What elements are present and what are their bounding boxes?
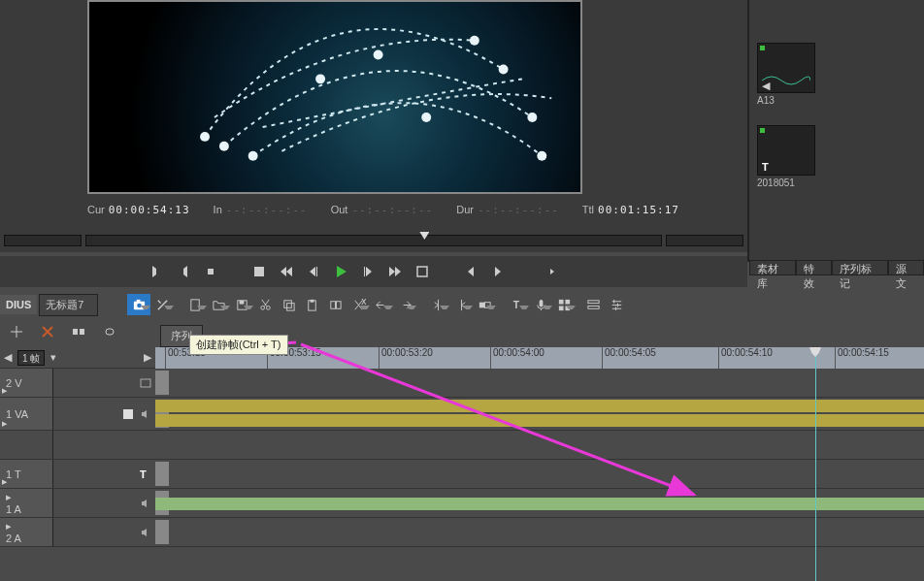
arrow-left-icon[interactable]: ◀ bbox=[4, 351, 12, 364]
video-icon[interactable] bbox=[122, 408, 134, 420]
mark-out-button[interactable] bbox=[173, 262, 194, 281]
redo-button[interactable] bbox=[393, 294, 416, 315]
sync-lock-icon[interactable] bbox=[155, 520, 169, 544]
ruler-tick: 00:00:53:20 bbox=[379, 347, 433, 369]
preview-scrubber[interactable] bbox=[0, 231, 747, 250]
jump-button-2[interactable] bbox=[542, 262, 563, 281]
tab-effects[interactable]: 特效 bbox=[796, 260, 832, 275]
scrubber-playhead-icon[interactable] bbox=[419, 232, 429, 240]
cut-button[interactable] bbox=[253, 294, 277, 315]
overwrite-mode-button[interactable] bbox=[37, 322, 58, 341]
preview-monitor[interactable] bbox=[87, 0, 582, 194]
expand-icon[interactable]: ▶ bbox=[2, 387, 7, 395]
play-button[interactable] bbox=[330, 262, 351, 281]
svg-rect-32 bbox=[565, 299, 570, 304]
video-clip[interactable] bbox=[155, 400, 924, 412]
paste-insert-button[interactable] bbox=[323, 294, 346, 315]
dur-label: Dur bbox=[456, 204, 474, 215]
scrubber-tick-right[interactable] bbox=[666, 235, 743, 246]
track-header-2v[interactable]: 2 V▶ bbox=[0, 369, 155, 398]
track-lane-1va[interactable] bbox=[155, 398, 924, 431]
svg-point-13 bbox=[137, 303, 142, 307]
properties-button[interactable] bbox=[581, 294, 605, 315]
trim-out-button[interactable] bbox=[449, 294, 473, 315]
link-mode-button[interactable] bbox=[99, 322, 120, 341]
bin-thumbnail-a13[interactable]: ◀ bbox=[757, 43, 815, 93]
sync-lock-icon[interactable] bbox=[155, 371, 169, 395]
timeline-playhead[interactable] bbox=[815, 347, 816, 581]
ripple-cut-button[interactable]: x bbox=[346, 294, 370, 315]
open-button[interactable] bbox=[207, 294, 230, 315]
voice-over-button[interactable] bbox=[529, 294, 552, 315]
tab-source[interactable]: 源文 bbox=[888, 260, 924, 275]
in-value[interactable]: --:--:--:-- bbox=[226, 204, 308, 216]
track-lane-2v[interactable] bbox=[155, 369, 924, 398]
track-header-1va[interactable]: 1 VA▶ bbox=[0, 398, 155, 431]
chevron-down-icon[interactable]: ▾ bbox=[50, 351, 56, 364]
track-lane-2a[interactable] bbox=[155, 518, 924, 547]
scrubber-track[interactable] bbox=[85, 235, 662, 246]
razor-tool-button[interactable] bbox=[150, 294, 174, 315]
speaker-icon[interactable] bbox=[140, 498, 151, 509]
next-edit-button[interactable] bbox=[487, 262, 509, 281]
insert-mode-button[interactable] bbox=[6, 322, 27, 341]
svg-text:x: x bbox=[361, 298, 366, 307]
lock-icon[interactable]: ▸ bbox=[6, 520, 52, 533]
new-button[interactable] bbox=[183, 294, 207, 315]
video-icon[interactable] bbox=[140, 377, 151, 389]
mark-in-button[interactable] bbox=[146, 262, 167, 281]
lock-icon[interactable]: ▸ bbox=[6, 491, 52, 503]
cur-value[interactable]: 00:00:54:13 bbox=[109, 204, 190, 216]
title-tool-button[interactable]: T bbox=[506, 294, 529, 315]
bin-thumbnail-2018051[interactable]: T bbox=[757, 125, 815, 176]
copy-button[interactable] bbox=[277, 294, 300, 315]
dur-value[interactable]: --:--:--:-- bbox=[478, 204, 559, 216]
save-button[interactable] bbox=[230, 294, 253, 315]
bin-thumbnail-label: 2018051 bbox=[757, 178, 916, 188]
track-lane-1t[interactable] bbox=[155, 460, 924, 489]
timeline-scale-select[interactable]: 1 帧 bbox=[17, 350, 45, 366]
layout-button[interactable] bbox=[552, 294, 576, 315]
title-icon[interactable]: T bbox=[140, 468, 151, 480]
timeline-track-headers: ◀ 1 帧 ▾ ▶ 2 V▶ 1 VA▶ 1 T▶ T ▸1 A ▸2 A bbox=[0, 347, 155, 581]
document-tab[interactable]: 无标题7 bbox=[39, 294, 98, 316]
expand-icon[interactable]: ▶ bbox=[2, 420, 7, 428]
video-clip[interactable] bbox=[155, 414, 924, 427]
svg-point-2 bbox=[219, 142, 229, 151]
audio-clip[interactable] bbox=[155, 498, 924, 510]
transition-button[interactable] bbox=[473, 294, 496, 315]
arrow-right-icon[interactable]: ▶ bbox=[144, 351, 151, 364]
jump-button-1[interactable] bbox=[514, 262, 536, 281]
track-lane-1a[interactable] bbox=[155, 489, 924, 518]
mark-clip-button[interactable] bbox=[200, 262, 221, 281]
out-value[interactable]: --:--:--:-- bbox=[351, 204, 433, 216]
next-frame-button[interactable] bbox=[357, 262, 379, 281]
scrubber-tick-left[interactable] bbox=[4, 235, 82, 246]
speaker-icon[interactable] bbox=[140, 527, 151, 538]
ttl-value[interactable]: 00:01:15:17 bbox=[598, 204, 679, 216]
sync-lock-icon[interactable] bbox=[155, 462, 169, 486]
ripple-mode-button[interactable] bbox=[68, 322, 89, 341]
expand-icon[interactable]: ▶ bbox=[2, 478, 7, 486]
prev-edit-button[interactable] bbox=[460, 262, 481, 281]
tab-bin[interactable]: 素材库 bbox=[749, 260, 796, 275]
loop-button[interactable] bbox=[412, 262, 433, 281]
paste-button[interactable] bbox=[300, 294, 323, 315]
in-label: In bbox=[214, 204, 222, 215]
trim-in-button[interactable] bbox=[426, 294, 449, 315]
rewind-button[interactable] bbox=[276, 262, 297, 281]
timeline-tracks-body[interactable] bbox=[155, 369, 924, 581]
track-header-2a[interactable]: ▸2 A bbox=[0, 518, 155, 547]
settings-button[interactable] bbox=[605, 294, 628, 315]
tab-markers[interactable]: 序列标记 bbox=[832, 260, 888, 275]
fast-forward-button[interactable] bbox=[384, 262, 406, 281]
create-still-button[interactable] bbox=[127, 294, 150, 315]
track-lane-spacer bbox=[155, 431, 924, 460]
undo-button[interactable] bbox=[370, 294, 393, 315]
stop-button[interactable] bbox=[248, 262, 270, 281]
track-header-1t[interactable]: 1 T▶ T bbox=[0, 460, 155, 489]
prev-frame-button[interactable] bbox=[303, 262, 324, 281]
svg-point-18 bbox=[261, 306, 265, 309]
speaker-icon[interactable] bbox=[140, 408, 151, 420]
track-header-1a[interactable]: ▸1 A bbox=[0, 489, 155, 518]
